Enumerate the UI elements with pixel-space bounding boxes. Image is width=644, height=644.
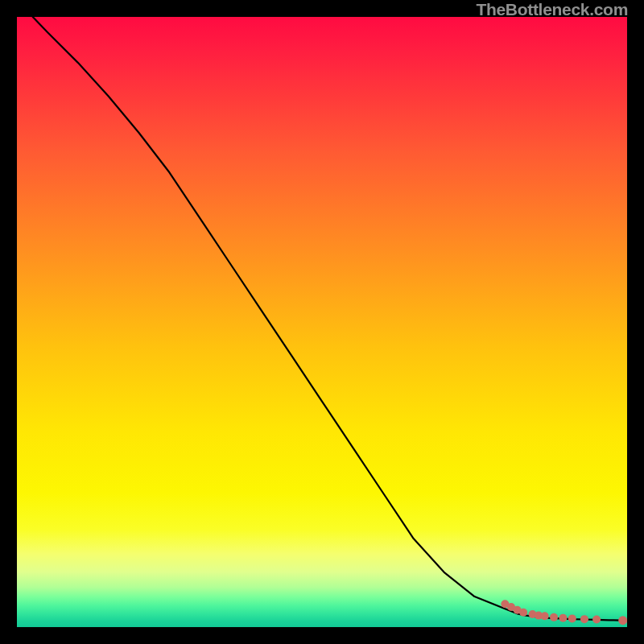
line-series-curve — [33, 17, 621, 621]
scatter-point — [550, 613, 558, 621]
scatter-point — [519, 609, 527, 617]
plot-area — [17, 17, 627, 627]
chart-stage: TheBottleneck.com — [0, 0, 644, 644]
scatter-series-tail — [501, 600, 627, 625]
scatter-point — [618, 616, 627, 625]
watermark-text: TheBottleneck.com — [476, 0, 628, 19]
scatter-point — [541, 612, 549, 620]
scatter-point — [592, 616, 601, 624]
scatter-point — [559, 614, 567, 622]
chart-svg — [17, 17, 627, 627]
scatter-point — [568, 614, 576, 622]
scatter-point — [580, 615, 588, 623]
